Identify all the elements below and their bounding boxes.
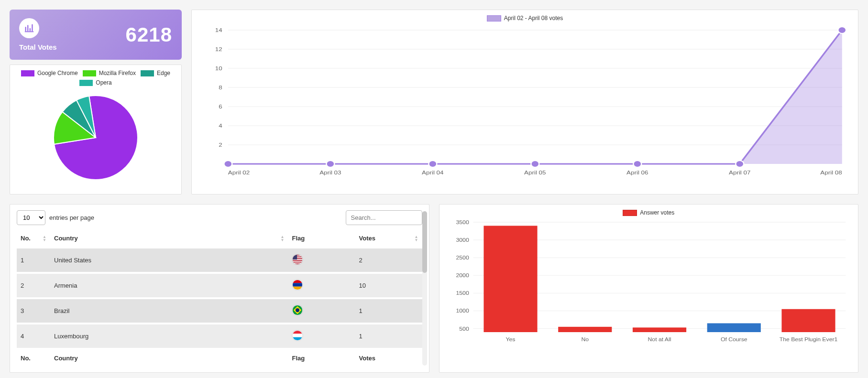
cell-votes: 10 [355,273,422,298]
bar-legend-label[interactable]: Answer votes [640,209,674,216]
svg-rect-70 [781,309,835,332]
scrollbar[interactable] [422,211,427,366]
flag-icon [292,254,303,265]
col-votes[interactable]: Votes ▲▼ [355,230,422,248]
svg-text:2000: 2000 [456,272,469,278]
sort-icon[interactable]: ▲▼ [415,235,418,242]
svg-point-43 [295,308,299,312]
entries-label: entries per page [49,214,94,221]
svg-text:1500: 1500 [456,290,469,296]
answer-bar-card: Answer votes 500100015002000250030003500… [439,204,859,373]
svg-rect-38 [292,283,303,286]
svg-text:Not at All: Not at All [648,336,671,342]
svg-text:1000: 1000 [456,308,469,313]
svg-rect-33 [292,261,303,262]
pie-legend-item[interactable]: Mozilla Firefox [83,70,136,76]
sort-icon[interactable]: ▲▼ [281,235,285,242]
col-no[interactable]: No. ▲▼ [17,230,50,248]
foot-country: Country [50,349,288,367]
country-table-card: 102550100 entries per page No. ▲▼ Countr… [10,204,429,373]
svg-text:April 08: April 08 [820,170,842,176]
bar-legend-swatch[interactable] [623,210,637,216]
foot-votes: Votes [355,349,422,367]
cell-no: 1 [17,248,50,273]
pie-legend-item[interactable]: Google Chrome [21,70,78,76]
foot-no: No. [17,349,50,367]
svg-point-24 [736,161,744,167]
svg-rect-30 [292,256,303,257]
svg-text:14: 14 [215,27,222,33]
sort-icon[interactable]: ▲▼ [43,235,46,242]
cell-votes: 1 [355,324,422,349]
cell-votes: 2 [355,248,422,273]
svg-rect-45 [292,330,303,334]
table-row[interactable]: 1United States2 [17,248,422,273]
entries-select[interactable]: 102550100 [17,210,45,225]
line-legend-swatch[interactable] [487,15,501,22]
cell-no: 4 [17,324,50,349]
line-legend-label[interactable]: April 02 - April 08 votes [504,15,563,22]
browser-pie-card: Google ChromeMozilla FirefoxEdgeOpera [10,65,182,194]
svg-text:3500: 3500 [456,220,469,225]
svg-text:3000: 3000 [456,237,469,243]
total-votes-card: Total Votes 6218 [10,10,182,60]
cell-country: Luxembourg [50,324,288,349]
svg-point-22 [633,161,641,167]
svg-point-14 [224,161,232,167]
svg-rect-34 [292,262,303,263]
cell-no: 2 [17,273,50,298]
svg-text:April 03: April 03 [319,170,341,176]
svg-text:12: 12 [215,46,222,53]
cell-flag [288,298,355,324]
svg-text:April 02: April 02 [228,170,250,176]
kpi-value: 6218 [126,23,172,46]
pie-legend-item[interactable]: Opera [79,79,111,86]
svg-text:4: 4 [219,123,222,129]
pie-legend-item[interactable]: Edge [141,70,170,76]
svg-rect-64 [558,327,612,332]
svg-rect-37 [292,280,303,283]
flag-icon [292,280,303,290]
svg-point-16 [326,161,334,167]
votes-line-card: April 02 - April 08 votes 2468101214Apri… [191,10,858,194]
svg-text:6: 6 [219,104,222,110]
svg-text:8: 8 [219,85,222,91]
svg-text:April 05: April 05 [524,170,546,176]
svg-rect-46 [292,334,303,337]
svg-point-20 [531,161,539,167]
svg-rect-39 [292,287,303,290]
kpi-title: Total Votes [19,43,57,51]
svg-text:The Best Plugin Ever1: The Best Plugin Ever1 [779,336,837,342]
answer-bar-chart: 500100015002000250030003500YesNoNot at A… [447,220,851,344]
svg-rect-47 [292,337,303,341]
svg-text:10: 10 [215,65,222,72]
browser-pie-chart [48,90,143,185]
votes-line-chart: 2468101214April 02April 03April 04April … [199,25,851,178]
foot-flag: Flag [288,349,355,367]
svg-point-26 [838,27,846,33]
col-flag[interactable]: Flag [288,230,355,248]
svg-text:April 04: April 04 [422,170,444,176]
svg-rect-68 [707,323,760,332]
svg-text:April 06: April 06 [626,170,648,176]
svg-rect-66 [632,327,686,332]
svg-text:No: No [581,336,589,342]
table-row[interactable]: 3Brazil1 [17,298,422,324]
svg-text:500: 500 [459,325,469,331]
cell-country: United States [50,248,288,273]
svg-rect-35 [292,254,297,259]
table-row[interactable]: 2Armenia10 [17,273,422,298]
flag-icon [292,330,303,341]
cell-country: Brazil [50,298,288,324]
svg-text:Yes: Yes [505,336,515,342]
search-input[interactable] [346,210,422,225]
svg-text:2500: 2500 [456,255,469,260]
col-country[interactable]: Country ▲▼ [50,230,288,248]
chart-icon [19,18,39,38]
flag-icon [292,305,303,315]
cell-country: Armenia [50,273,288,298]
cell-flag [288,273,355,298]
cell-no: 3 [17,298,50,324]
svg-point-18 [429,161,437,167]
table-row[interactable]: 4Luxembourg1 [17,324,422,349]
